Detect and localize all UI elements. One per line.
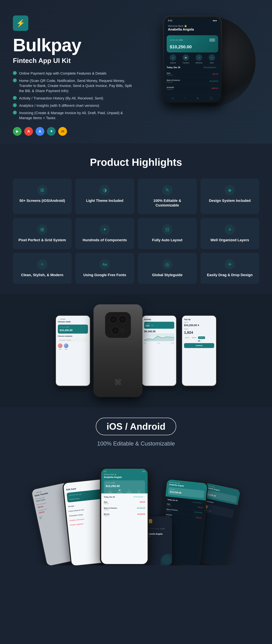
feature-list: ✓ Online Payment App with Complete Featu…: [13, 71, 136, 120]
fonts-icon: Aa: [102, 262, 107, 266]
auto-layout-icon-wrap: ⊡: [162, 224, 172, 235]
list-item: ✓ Home (Scan QR Code, Notification, Send…: [13, 78, 136, 94]
transfer-btn[interactable]: ⇄ Transfers: [182, 54, 189, 64]
greeting-center: Welcome Back 👋: [104, 474, 145, 476]
badge-ios: A: [36, 127, 44, 136]
phone-inner: 9:41 ●●● Welcome Back 👋 Anabella Angela …: [164, 17, 221, 102]
toggle: [210, 38, 215, 42]
design-system-icon: ◈: [228, 188, 232, 193]
nav-profile[interactable]: ◯: [210, 96, 213, 100]
components-label: Hundreds of Components: [82, 238, 127, 242]
camera-flash: [121, 329, 124, 332]
feature-text: Invoicing (Create & Manage Invoice by Al…: [19, 110, 136, 120]
transfer-screen-content: ← Transfer Choose cards •••• •••• •••• 1…: [56, 316, 90, 352]
contacts-row: Jane Mark: [58, 344, 88, 350]
layers-icon: ≡: [228, 227, 231, 232]
deco-circle-2: [162, 555, 171, 564]
list-item: ✓ Analytics / Insights (with 5 different…: [13, 103, 136, 108]
activity-card: •••• 1990 Debit Credit: [144, 322, 174, 329]
check-icon: ✓: [13, 78, 17, 82]
time-bar: 9:41 ●●●: [104, 471, 145, 472]
dark-balance-card: •••• 1990 $10,250.00: [168, 487, 204, 498]
phone-topup: Top Up USD ▼ $10,250.00 ▾ To get ≈ 1,924…: [181, 315, 217, 387]
tech-badges: ▶ A A ✦ JS: [13, 127, 136, 136]
layers-label: Well Organized Layers: [210, 238, 249, 242]
highlight-editable: ✎ 100% Editable & Customizable: [138, 178, 197, 214]
pixel-label: Pixel Perfect & Grid System: [18, 238, 66, 242]
amount-label: To get ≈: [184, 328, 214, 330]
user-center: Anabella Angela: [104, 476, 145, 478]
light-theme-label: Light Theme Included: [86, 198, 124, 203]
hero-phone: 9:41 ●●● Welcome Back 👋 Anabella Angela …: [163, 16, 222, 103]
highlight-screens: ⊞ 50+ Screens (iOS/Android): [13, 178, 72, 214]
styleguide-icon-wrap: ◎: [162, 259, 172, 270]
fonts-label: Using Google Free Fonts: [83, 273, 126, 277]
screens-icon-wrap: ⊞: [37, 185, 48, 195]
edit-card-visual: 7268 2244 1506 1990 Anabella Angela: [66, 489, 103, 502]
transfer-title: Choose cards: [58, 320, 88, 323]
styleguide-label: Global Styleguide: [152, 273, 182, 277]
balance-card: •••• •••• •••• 1990 $10,250.00: [167, 35, 218, 52]
phone-topup-screen: Top Up USD ▼ $10,250.00 ▾ To get ≈ 1,924…: [182, 316, 216, 386]
tx-row-3: Bitcoin Payment -$2,500.99: [104, 512, 145, 518]
search-input[interactable]: 🔍 Search contact: [58, 338, 88, 342]
contact-item: Jane: [58, 344, 62, 350]
more-btn[interactable]: ⋯ More: [209, 54, 215, 64]
check-icon: ✓: [13, 96, 17, 100]
app-logo: ⚡: [13, 16, 28, 31]
nav-analytics[interactable]: ⊘: [196, 96, 199, 100]
topup-title: Top Up: [184, 318, 214, 320]
light-theme-icon: ◑: [103, 188, 107, 193]
camera-lens-3: [112, 327, 119, 334]
highlights-title: Product Highlights: [13, 156, 259, 168]
badge-figma: ✦: [47, 127, 56, 136]
header-card: •••• •••• •••• 1990 $10,250.00 ↓ Deposit…: [104, 480, 145, 495]
highlights-grid: ⊞ 50+ Screens (iOS/Android) ◑ Light Them…: [13, 178, 259, 284]
platform-subtitle: 100% Editable & Customizable: [13, 440, 259, 447]
tx-row-1: Gym Payment -$45.99: [104, 500, 145, 506]
design-system-icon-wrap: ◈: [224, 185, 235, 195]
chart-labels: DayWeekMonth: [144, 342, 174, 344]
clean-icon-wrap: ✧: [37, 259, 48, 270]
withdraw-btn[interactable]: ↑ Withdraw: [196, 54, 202, 64]
auto-layout-label: Fully Auto Layout: [152, 238, 182, 242]
highlight-clean: ✧ Clean, Stylish, & Modern: [13, 253, 72, 284]
transfer-back-btn: ← Transfer: [58, 318, 88, 320]
screens-label: 50+ Screens (iOS/Android): [20, 198, 65, 203]
components-icon-wrap: ✦: [100, 224, 110, 235]
continue-btn[interactable]: Continue: [184, 343, 214, 348]
badge-android: A: [24, 127, 33, 136]
clean-icon: ✧: [40, 262, 44, 267]
layers-icon-wrap: ≡: [224, 224, 235, 235]
recipients-title: Choose recipients: [58, 335, 88, 337]
app-title: Bulkpay: [13, 36, 136, 54]
center-transactions: Today, Dec 29 All transactions → Gym Pay…: [101, 494, 148, 518]
highlight-light-theme: ◑ Light Theme Included: [76, 178, 134, 214]
nav-home[interactable]: ⌂: [172, 96, 174, 100]
fonts-icon-wrap: Aa: [100, 259, 110, 270]
nav-activity[interactable]: ↑: [184, 96, 186, 100]
activity-chart: [144, 334, 174, 341]
activity-balance: $6,345.00: [144, 330, 174, 333]
activity-screen-content: Activity •••• 1990 Debit Credit $6,345.0…: [142, 316, 176, 346]
auto-layout-icon: ⊡: [165, 227, 169, 232]
drag-drop-label: Easily Drag & Drop Design: [207, 273, 253, 277]
step-indicator: [184, 340, 214, 341]
action-buttons: ↓ Deposit ⇄ Transfers ↑ Withdraw ⋯: [164, 54, 221, 66]
status-bar: 9:41 ●●●: [164, 17, 221, 23]
transfer-card: •••• •••• •••• 1990 $10,250.00: [58, 324, 88, 334]
card-num-dark: •••• •••• •••• 1990: [146, 528, 169, 530]
tx-row-2: Bank of America Payment +$1,325.00: [104, 506, 145, 512]
transaction-row: Bank of America Payment +$1,325.00: [167, 78, 218, 85]
highlight-styleguide: ◎ Global Styleguide: [138, 253, 197, 284]
list-item: ✓ Invoicing (Create & Manage Invoice by …: [13, 110, 136, 120]
deposit-btn[interactable]: ↓ Deposit: [170, 54, 176, 64]
highlight-fonts: Aa Using Google Free Fonts: [76, 253, 134, 284]
highlight-layers: ≡ Well Organized Layers: [200, 218, 259, 249]
list-item: ✓ Online Payment App with Complete Featu…: [13, 71, 136, 76]
phones-row: ← Transfer Choose cards •••• •••• •••• 1…: [13, 304, 259, 397]
camera-lens-1: [110, 316, 117, 323]
phone-transfer-screen: ← Transfer Choose cards •••• •••• •••• 1…: [56, 316, 90, 386]
phone-center-large: ⌘: [94, 304, 142, 397]
feature-text: Home (Scan QR Code, Notification, Send M…: [19, 78, 136, 94]
